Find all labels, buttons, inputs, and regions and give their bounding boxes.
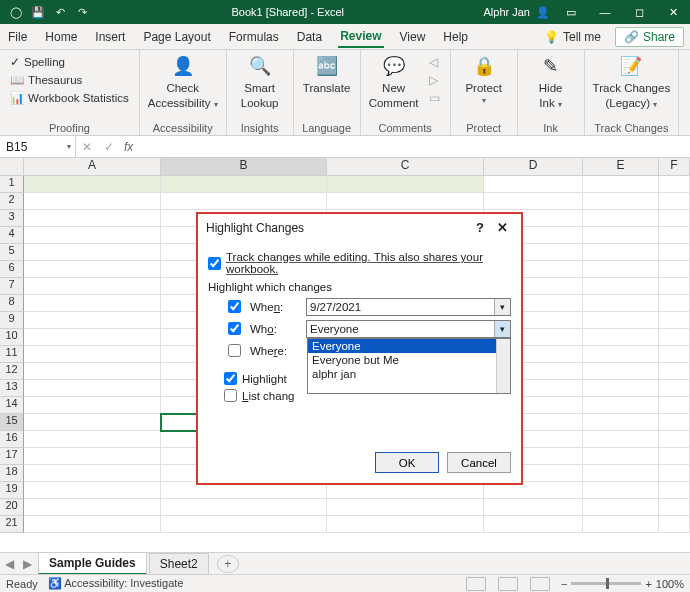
cell[interactable] <box>659 380 690 397</box>
cell[interactable] <box>659 210 690 227</box>
row-header[interactable]: 18 <box>0 465 24 482</box>
row-header[interactable]: 10 <box>0 329 24 346</box>
cell[interactable] <box>659 312 690 329</box>
highlight-onscreen-checkbox[interactable] <box>224 372 237 385</box>
ok-button[interactable]: OK <box>375 452 439 473</box>
spelling-button[interactable]: ✓Spelling <box>8 54 131 70</box>
fx-icon[interactable]: fx <box>120 140 137 154</box>
cell[interactable] <box>24 482 161 499</box>
cell[interactable] <box>659 363 690 380</box>
cell[interactable] <box>484 516 583 533</box>
cell[interactable] <box>583 380 659 397</box>
who-combo[interactable]: Everyone ▾ Everyone Everyone but Me alph… <box>306 320 511 338</box>
name-box[interactable]: B15▾ <box>0 136 76 157</box>
cell[interactable] <box>24 176 161 193</box>
cell[interactable] <box>24 346 161 363</box>
cell[interactable] <box>583 363 659 380</box>
cell[interactable] <box>327 176 484 193</box>
cell[interactable] <box>583 329 659 346</box>
cell[interactable] <box>24 499 161 516</box>
cell[interactable] <box>583 312 659 329</box>
sheet-nav-prev[interactable]: ◀ <box>0 557 18 571</box>
when-combo[interactable]: 9/27/2021 ▾ <box>306 298 511 316</box>
row-header[interactable]: 11 <box>0 346 24 363</box>
minimize-button[interactable]: — <box>588 0 622 24</box>
cell[interactable] <box>24 295 161 312</box>
cell[interactable] <box>24 193 161 210</box>
when-checkbox[interactable] <box>228 300 241 313</box>
cell[interactable] <box>24 397 161 414</box>
cell[interactable] <box>659 346 690 363</box>
cell[interactable] <box>659 244 690 261</box>
zoom-slider[interactable] <box>571 582 641 585</box>
cell[interactable] <box>484 499 583 516</box>
cell[interactable] <box>161 499 327 516</box>
cell[interactable] <box>659 431 690 448</box>
col-header-A[interactable]: A <box>24 158 161 175</box>
cell[interactable] <box>24 465 161 482</box>
zoom-out-button[interactable]: − <box>561 578 567 590</box>
zoom-in-button[interactable]: + <box>645 578 651 590</box>
thesaurus-button[interactable]: 📖Thesaurus <box>8 72 131 88</box>
cell[interactable] <box>583 482 659 499</box>
account-area[interactable]: Alphr Jan 👤 <box>484 6 554 19</box>
list-changes-checkbox[interactable] <box>224 389 237 402</box>
cell[interactable] <box>24 431 161 448</box>
protect-button[interactable]: 🔒 Protect ▾ <box>459 54 509 105</box>
cell[interactable] <box>24 312 161 329</box>
row-header[interactable]: 8 <box>0 295 24 312</box>
track-changes-checkbox[interactable] <box>208 257 221 270</box>
autosave-toggle[interactable]: ◯ <box>6 2 26 22</box>
row-header[interactable]: 20 <box>0 499 24 516</box>
sheet-tab-sheet2[interactable]: Sheet2 <box>149 553 209 574</box>
cell[interactable] <box>583 346 659 363</box>
who-checkbox[interactable] <box>228 322 241 335</box>
cell[interactable] <box>583 193 659 210</box>
new-comment-button[interactable]: 💬 New Comment <box>369 54 419 109</box>
cell[interactable] <box>583 261 659 278</box>
cell[interactable] <box>24 244 161 261</box>
close-button[interactable]: ✕ <box>656 0 690 24</box>
tell-me[interactable]: 💡 Tell me <box>544 30 601 44</box>
cell[interactable] <box>659 448 690 465</box>
chevron-down-icon[interactable]: ▾ <box>494 321 510 337</box>
tab-formulas[interactable]: Formulas <box>227 26 281 47</box>
cell[interactable] <box>24 414 161 431</box>
view-page-break-button[interactable] <box>530 577 550 591</box>
row-header[interactable]: 2 <box>0 193 24 210</box>
cell[interactable] <box>24 329 161 346</box>
cell[interactable] <box>161 176 327 193</box>
col-header-F[interactable]: F <box>659 158 690 175</box>
cell[interactable] <box>24 448 161 465</box>
sheet-nav-next[interactable]: ▶ <box>18 557 36 571</box>
cell[interactable] <box>659 227 690 244</box>
cell[interactable] <box>583 397 659 414</box>
row-header[interactable]: 21 <box>0 516 24 533</box>
share-button[interactable]: 🔗 Share <box>615 27 684 47</box>
translate-button[interactable]: 🔤 Translate <box>302 54 352 109</box>
add-sheet-button[interactable]: + <box>217 555 239 573</box>
col-header-C[interactable]: C <box>327 158 484 175</box>
cell[interactable] <box>659 414 690 431</box>
cell[interactable] <box>327 499 484 516</box>
cell[interactable] <box>583 499 659 516</box>
cell[interactable] <box>659 193 690 210</box>
row-header[interactable]: 17 <box>0 448 24 465</box>
status-accessibility[interactable]: ♿ Accessibility: Investigate <box>48 577 184 590</box>
tab-insert[interactable]: Insert <box>93 26 127 47</box>
col-header-D[interactable]: D <box>484 158 583 175</box>
cell[interactable] <box>24 278 161 295</box>
view-normal-button[interactable] <box>466 577 486 591</box>
cell[interactable] <box>161 516 327 533</box>
cell[interactable] <box>583 227 659 244</box>
cell[interactable] <box>583 516 659 533</box>
check-accessibility-button[interactable]: 👤 Check Accessibility ▾ <box>148 54 218 109</box>
maximize-button[interactable]: ◻ <box>622 0 656 24</box>
cell[interactable] <box>659 516 690 533</box>
cell[interactable] <box>659 465 690 482</box>
dialog-help-button[interactable]: ? <box>469 220 491 235</box>
row-header[interactable]: 19 <box>0 482 24 499</box>
sheet-tab-sample-guides[interactable]: Sample Guides <box>38 552 147 575</box>
cell[interactable] <box>583 431 659 448</box>
cancel-button[interactable]: Cancel <box>447 452 511 473</box>
